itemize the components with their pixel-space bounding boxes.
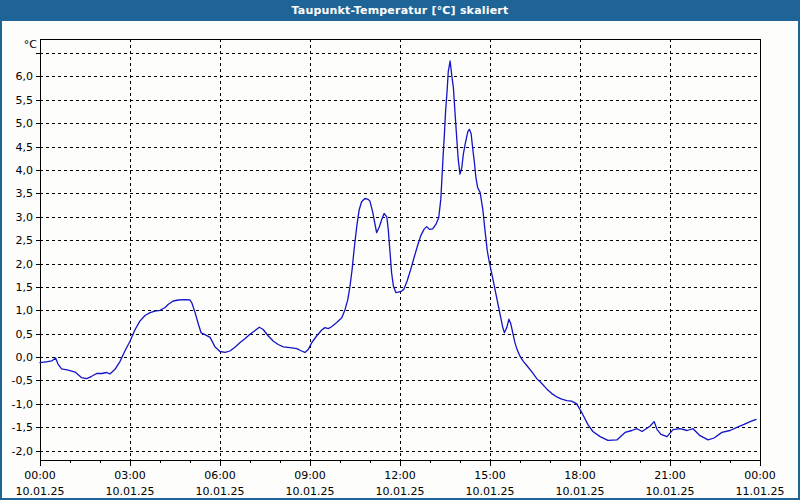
y-tick-label: 6,0 bbox=[16, 70, 34, 83]
chart-window: Taupunkt-Temperatur [°C] skaliert °C6,05… bbox=[0, 0, 800, 500]
x-tick-date-label: 10.01.25 bbox=[466, 485, 515, 498]
y-tick-label: 3,5 bbox=[16, 187, 34, 200]
y-tick-label: -1,5 bbox=[12, 421, 33, 434]
chart-canvas: °C6,05,55,04,54,03,53,02,52,01,51,00,50,… bbox=[0, 21, 800, 500]
x-tick-date-label: 10.01.25 bbox=[106, 485, 155, 498]
x-tick-time-label: 15:00 bbox=[474, 469, 506, 482]
y-tick-label: 3,0 bbox=[16, 211, 34, 224]
y-tick-label: 0,5 bbox=[16, 328, 34, 341]
y-tick-label: -1,0 bbox=[12, 398, 33, 411]
x-tick-date-label: 11.01.25 bbox=[736, 485, 785, 498]
title-bar: Taupunkt-Temperatur [°C] skaliert bbox=[0, 0, 800, 21]
chart-area: °C6,05,55,04,54,03,53,02,52,01,51,00,50,… bbox=[0, 21, 800, 500]
x-tick-time-label: 21:00 bbox=[654, 469, 686, 482]
y-tick-label: 5,0 bbox=[16, 117, 34, 130]
y-tick-label: 4,5 bbox=[16, 141, 34, 154]
x-tick-time-label: 06:00 bbox=[204, 469, 236, 482]
x-tick-date-label: 10.01.25 bbox=[646, 485, 695, 498]
y-tick-label: -0,5 bbox=[12, 374, 33, 387]
x-tick-time-label: 00:00 bbox=[744, 469, 776, 482]
x-tick-time-label: 00:00 bbox=[24, 469, 56, 482]
dewpoint-line bbox=[40, 61, 756, 440]
y-tick-label: 2,5 bbox=[16, 234, 34, 247]
x-tick-date-label: 10.01.25 bbox=[16, 485, 65, 498]
y-tick-label: 5,5 bbox=[16, 94, 34, 107]
x-tick-date-label: 10.01.25 bbox=[556, 485, 605, 498]
y-tick-label: 1,5 bbox=[16, 281, 34, 294]
gridlines bbox=[40, 39, 760, 460]
y-axis-unit-label: °C bbox=[24, 38, 38, 51]
y-tick-label: 1,0 bbox=[16, 304, 34, 317]
x-tick-date-label: 10.01.25 bbox=[376, 485, 425, 498]
x-tick-time-label: 09:00 bbox=[294, 469, 326, 482]
y-tick-label: 4,0 bbox=[16, 164, 34, 177]
x-tick-date-label: 10.01.25 bbox=[196, 485, 245, 498]
y-tick-label: 0,0 bbox=[16, 351, 34, 364]
axis-labels: °C6,05,55,04,54,03,53,02,52,01,51,00,50,… bbox=[12, 38, 785, 498]
chart-title: Taupunkt-Temperatur [°C] skaliert bbox=[292, 4, 509, 17]
y-tick-label: 2,0 bbox=[16, 258, 34, 271]
x-tick-date-label: 10.01.25 bbox=[286, 485, 335, 498]
x-tick-time-label: 18:00 bbox=[564, 469, 596, 482]
x-tick-time-label: 03:00 bbox=[114, 469, 146, 482]
y-tick-label: -2,0 bbox=[12, 445, 33, 458]
x-tick-time-label: 12:00 bbox=[384, 469, 416, 482]
